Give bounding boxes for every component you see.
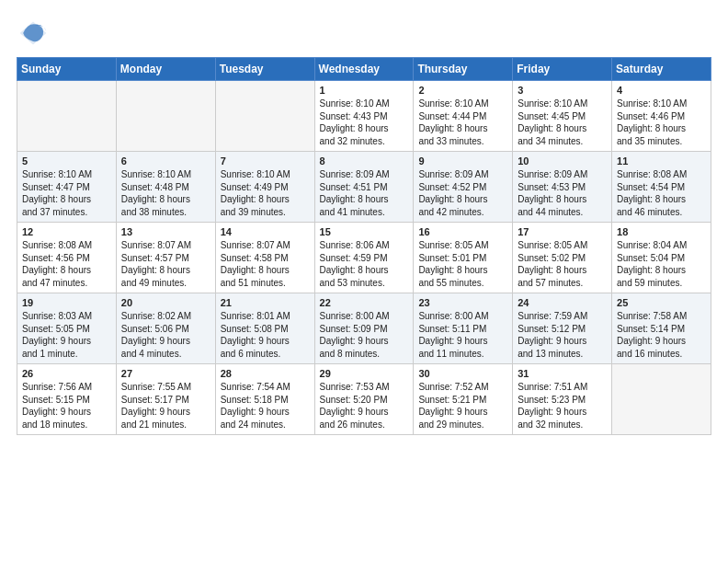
day-number: 28 xyxy=(221,368,310,379)
calendar-cell: 28Sunrise: 7:54 AM Sunset: 5:18 PM Dayli… xyxy=(215,364,314,435)
calendar-cell: 29Sunrise: 7:53 AM Sunset: 5:20 PM Dayli… xyxy=(314,364,414,435)
calendar-cell: 31Sunrise: 7:51 AM Sunset: 5:23 PM Dayli… xyxy=(513,364,612,435)
calendar-cell: 5Sunrise: 8:10 AM Sunset: 4:47 PM Daylig… xyxy=(17,152,117,223)
calendar-cell: 12Sunrise: 8:08 AM Sunset: 4:56 PM Dayli… xyxy=(17,223,117,293)
calendar-cell: 16Sunrise: 8:05 AM Sunset: 5:01 PM Dayli… xyxy=(414,223,513,293)
day-info: Sunrise: 8:02 AM Sunset: 5:06 PM Dayligh… xyxy=(121,310,210,360)
calendar-cell: 21Sunrise: 8:01 AM Sunset: 5:08 PM Dayli… xyxy=(215,293,314,364)
day-number: 2 xyxy=(418,85,507,96)
day-info: Sunrise: 8:10 AM Sunset: 4:46 PM Dayligh… xyxy=(617,98,706,147)
calendar-cell: 23Sunrise: 8:00 AM Sunset: 5:11 PM Dayli… xyxy=(414,293,513,364)
day-number: 26 xyxy=(22,368,111,379)
calendar-cell: 27Sunrise: 7:55 AM Sunset: 5:17 PM Dayli… xyxy=(116,364,215,435)
calendar-cell: 19Sunrise: 8:03 AM Sunset: 5:05 PM Dayli… xyxy=(17,293,117,364)
day-info: Sunrise: 7:53 AM Sunset: 5:20 PM Dayligh… xyxy=(320,381,409,431)
day-number: 31 xyxy=(518,368,607,379)
day-info: Sunrise: 7:52 AM Sunset: 5:21 PM Dayligh… xyxy=(418,381,507,431)
calendar-cell xyxy=(17,81,117,152)
day-info: Sunrise: 7:54 AM Sunset: 5:18 PM Dayligh… xyxy=(221,381,310,431)
calendar-cell: 15Sunrise: 8:06 AM Sunset: 4:59 PM Dayli… xyxy=(314,223,414,293)
day-info: Sunrise: 8:00 AM Sunset: 5:11 PM Dayligh… xyxy=(418,310,507,360)
calendar-cell: 3Sunrise: 8:10 AM Sunset: 4:45 PM Daylig… xyxy=(513,81,612,152)
day-info: Sunrise: 7:56 AM Sunset: 5:15 PM Dayligh… xyxy=(22,381,111,431)
day-number: 6 xyxy=(121,155,210,167)
calendar-cell: 20Sunrise: 8:02 AM Sunset: 5:06 PM Dayli… xyxy=(116,293,215,364)
day-info: Sunrise: 8:07 AM Sunset: 4:58 PM Dayligh… xyxy=(221,239,310,289)
day-number: 27 xyxy=(121,368,210,379)
weekday-header-sunday: Sunday xyxy=(17,58,117,81)
logo xyxy=(17,17,55,50)
calendar-cell: 9Sunrise: 8:09 AM Sunset: 4:52 PM Daylig… xyxy=(414,152,513,223)
day-number: 4 xyxy=(617,85,706,96)
day-info: Sunrise: 8:10 AM Sunset: 4:49 PM Dayligh… xyxy=(221,168,310,218)
day-number: 23 xyxy=(418,297,507,308)
weekday-header-thursday: Thursday xyxy=(414,58,513,81)
calendar-cell: 30Sunrise: 7:52 AM Sunset: 5:21 PM Dayli… xyxy=(414,364,513,435)
day-info: Sunrise: 8:04 AM Sunset: 5:04 PM Dayligh… xyxy=(617,239,706,289)
day-number: 17 xyxy=(518,226,607,237)
page: SundayMondayTuesdayWednesdayThursdayFrid… xyxy=(0,0,728,563)
day-number: 22 xyxy=(320,297,409,308)
day-number: 8 xyxy=(320,155,409,167)
logo-icon xyxy=(17,17,50,50)
day-number: 14 xyxy=(221,226,310,237)
day-number: 20 xyxy=(121,297,210,308)
day-number: 15 xyxy=(320,226,409,237)
day-info: Sunrise: 8:03 AM Sunset: 5:05 PM Dayligh… xyxy=(22,310,111,360)
calendar-cell xyxy=(215,81,314,152)
calendar-cell: 14Sunrise: 8:07 AM Sunset: 4:58 PM Dayli… xyxy=(215,223,314,293)
day-info: Sunrise: 8:08 AM Sunset: 4:56 PM Dayligh… xyxy=(22,239,111,289)
day-number: 10 xyxy=(518,155,607,167)
calendar-cell: 13Sunrise: 8:07 AM Sunset: 4:57 PM Dayli… xyxy=(116,223,215,293)
week-row-3: 12Sunrise: 8:08 AM Sunset: 4:56 PM Dayli… xyxy=(17,223,711,293)
day-info: Sunrise: 8:09 AM Sunset: 4:53 PM Dayligh… xyxy=(518,168,607,218)
calendar-cell: 7Sunrise: 8:10 AM Sunset: 4:49 PM Daylig… xyxy=(215,152,314,223)
day-info: Sunrise: 8:10 AM Sunset: 4:44 PM Dayligh… xyxy=(418,98,507,147)
day-info: Sunrise: 8:05 AM Sunset: 5:01 PM Dayligh… xyxy=(418,239,507,289)
calendar-cell: 4Sunrise: 8:10 AM Sunset: 4:46 PM Daylig… xyxy=(612,81,711,152)
day-number: 13 xyxy=(121,226,210,237)
day-number: 3 xyxy=(518,85,607,96)
day-number: 11 xyxy=(617,155,706,167)
week-row-2: 5Sunrise: 8:10 AM Sunset: 4:47 PM Daylig… xyxy=(17,152,711,223)
calendar-cell: 17Sunrise: 8:05 AM Sunset: 5:02 PM Dayli… xyxy=(513,223,612,293)
calendar-cell xyxy=(116,81,215,152)
day-number: 9 xyxy=(418,155,507,167)
calendar-cell: 18Sunrise: 8:04 AM Sunset: 5:04 PM Dayli… xyxy=(612,223,711,293)
day-info: Sunrise: 8:10 AM Sunset: 4:48 PM Dayligh… xyxy=(121,168,210,218)
day-info: Sunrise: 8:10 AM Sunset: 4:43 PM Dayligh… xyxy=(320,98,409,147)
weekday-header-friday: Friday xyxy=(513,58,612,81)
weekday-header-tuesday: Tuesday xyxy=(215,58,314,81)
day-number: 25 xyxy=(617,297,706,308)
day-number: 21 xyxy=(221,297,310,308)
calendar-cell: 8Sunrise: 8:09 AM Sunset: 4:51 PM Daylig… xyxy=(314,152,414,223)
calendar-table: SundayMondayTuesdayWednesdayThursdayFrid… xyxy=(17,57,711,435)
day-info: Sunrise: 8:00 AM Sunset: 5:09 PM Dayligh… xyxy=(320,310,409,360)
calendar-body: 1Sunrise: 8:10 AM Sunset: 4:43 PM Daylig… xyxy=(17,81,711,435)
day-number: 19 xyxy=(22,297,111,308)
day-number: 5 xyxy=(22,155,111,167)
day-info: Sunrise: 8:01 AM Sunset: 5:08 PM Dayligh… xyxy=(221,310,310,360)
calendar-cell: 24Sunrise: 7:59 AM Sunset: 5:12 PM Dayli… xyxy=(513,293,612,364)
day-number: 12 xyxy=(22,226,111,237)
weekday-header-row: SundayMondayTuesdayWednesdayThursdayFrid… xyxy=(17,58,711,81)
weekday-header-monday: Monday xyxy=(116,58,215,81)
calendar-cell: 6Sunrise: 8:10 AM Sunset: 4:48 PM Daylig… xyxy=(116,152,215,223)
day-info: Sunrise: 8:08 AM Sunset: 4:54 PM Dayligh… xyxy=(617,168,706,218)
calendar-cell: 25Sunrise: 7:58 AM Sunset: 5:14 PM Dayli… xyxy=(612,293,711,364)
header xyxy=(17,17,711,50)
calendar-cell: 1Sunrise: 8:10 AM Sunset: 4:43 PM Daylig… xyxy=(314,81,414,152)
day-number: 30 xyxy=(418,368,507,379)
weekday-header-saturday: Saturday xyxy=(612,58,711,81)
week-row-4: 19Sunrise: 8:03 AM Sunset: 5:05 PM Dayli… xyxy=(17,293,711,364)
calendar-cell: 22Sunrise: 8:00 AM Sunset: 5:09 PM Dayli… xyxy=(314,293,414,364)
week-row-1: 1Sunrise: 8:10 AM Sunset: 4:43 PM Daylig… xyxy=(17,81,711,152)
calendar-header: SundayMondayTuesdayWednesdayThursdayFrid… xyxy=(17,58,711,81)
day-info: Sunrise: 8:09 AM Sunset: 4:52 PM Dayligh… xyxy=(418,168,507,218)
day-info: Sunrise: 7:58 AM Sunset: 5:14 PM Dayligh… xyxy=(617,310,706,360)
day-number: 1 xyxy=(320,85,409,96)
day-info: Sunrise: 8:06 AM Sunset: 4:59 PM Dayligh… xyxy=(320,239,409,289)
day-number: 16 xyxy=(418,226,507,237)
day-number: 18 xyxy=(617,226,706,237)
calendar-cell: 11Sunrise: 8:08 AM Sunset: 4:54 PM Dayli… xyxy=(612,152,711,223)
